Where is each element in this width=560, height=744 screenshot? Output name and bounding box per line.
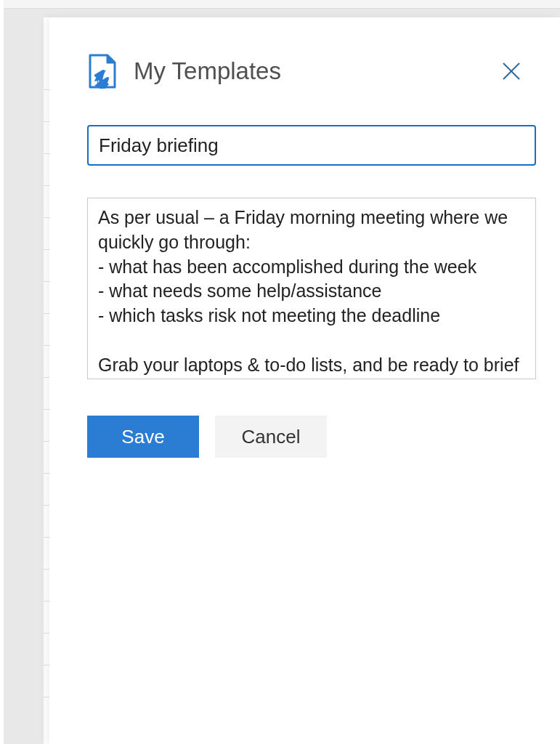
my-templates-panel: My Templates Save Cancel [49,17,560,744]
panel-title-group: My Templates [87,54,281,89]
template-body-textarea[interactable] [87,198,536,379]
close-icon [502,62,521,81]
top-bar [0,0,560,9]
template-page-icon [87,54,118,89]
template-name-input[interactable] [87,125,536,166]
left-strip [0,0,4,744]
button-row: Save Cancel [87,416,538,458]
save-button[interactable]: Save [87,416,199,458]
cancel-button[interactable]: Cancel [215,416,327,458]
panel-title: My Templates [134,57,281,85]
close-button[interactable] [499,59,524,84]
panel-header: My Templates [87,54,538,89]
